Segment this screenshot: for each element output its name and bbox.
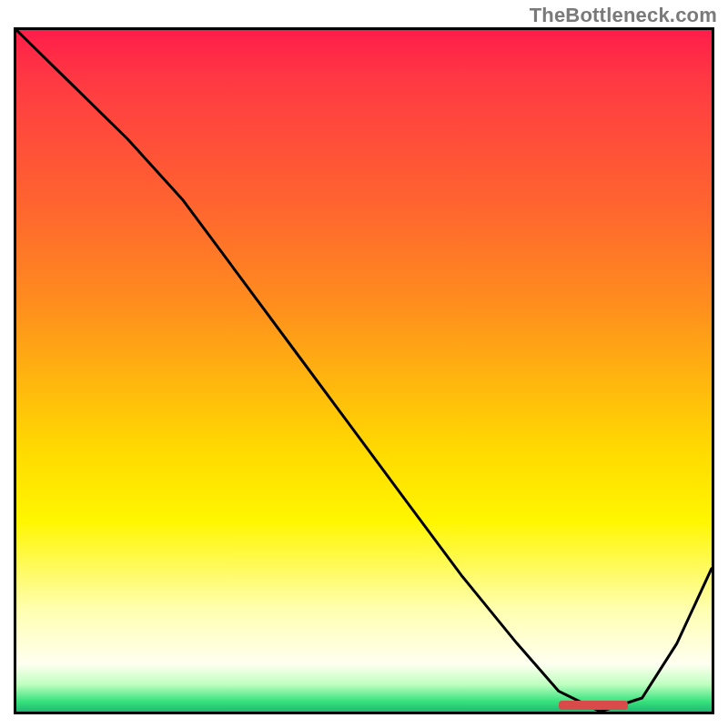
watermark-text: TheBottleneck.com [530,4,717,27]
optimal-range-marker [559,701,628,710]
plot-area [14,27,714,714]
bottleneck-curve [16,30,712,712]
chart-container: TheBottleneck.com [0,0,728,728]
